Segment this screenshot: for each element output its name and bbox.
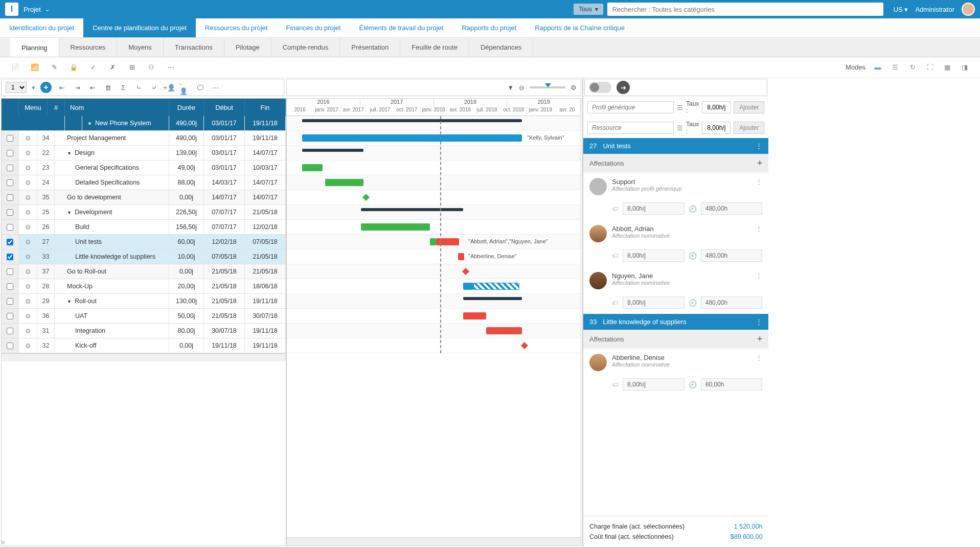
gantt-bar[interactable] [430, 238, 436, 245]
file-add-icon[interactable]: 📄 [10, 62, 20, 73]
row-gear-icon[interactable]: ⚙ [19, 131, 37, 145]
gantt-bar[interactable] [473, 283, 519, 290]
sub-tab[interactable]: Pilotage [224, 38, 271, 57]
person-rate[interactable]: 8,00h/j [623, 202, 685, 215]
rate-input-1[interactable] [702, 101, 731, 113]
person-menu-icon[interactable]: ⋮ [756, 225, 762, 242]
sub-tab[interactable]: Feuille de route [400, 38, 469, 57]
zoom-out-icon[interactable]: ⊖ [519, 84, 525, 92]
app-logo[interactable]: I [5, 3, 18, 16]
gantt-bar[interactable] [458, 253, 464, 260]
person-rate[interactable]: 8,00h/j [623, 297, 685, 309]
row-gear-icon[interactable]: ⚙ [19, 190, 37, 204]
milestone-icon[interactable] [462, 268, 469, 275]
table-row[interactable]: ⚙27 Unit tests 60,00j 12/02/18 07/05/18 [2, 235, 286, 249]
row-checkbox[interactable] [7, 179, 13, 186]
row-gear-icon[interactable]: ⚙ [19, 146, 37, 160]
nav-tab[interactable]: Rapports du projet [452, 18, 526, 37]
edit-icon[interactable]: ✎ [49, 62, 59, 73]
rss-icon[interactable]: 📶 [30, 62, 40, 73]
row-checkbox[interactable] [7, 298, 13, 305]
row-checkbox[interactable] [7, 239, 13, 245]
sigma-icon[interactable]: Σ [118, 82, 128, 93]
table-row[interactable]: ⚙26 Build 156,50j 07/07/17 12/02/18 [2, 220, 286, 235]
gantt-bar[interactable] [361, 223, 430, 231]
outdent-icon[interactable]: ⇥ [72, 82, 82, 93]
nav-tab[interactable]: Finances du projet [277, 18, 350, 37]
row-gear-icon[interactable]: ⚙ [19, 249, 37, 264]
gantt-bar[interactable] [463, 297, 522, 300]
add-affectation-icon[interactable]: + [757, 334, 763, 345]
add-profile-button[interactable]: Ajouter [734, 101, 764, 113]
gantt-bar[interactable] [361, 208, 463, 211]
person-avatar[interactable] [589, 178, 607, 195]
mode-refresh-icon[interactable]: ↻ [907, 62, 918, 73]
trash-icon[interactable]: 🗑 [103, 82, 113, 93]
sub-tab[interactable]: Ressources [59, 38, 118, 57]
row-checkbox[interactable] [7, 150, 13, 156]
indent-icon[interactable]: ⇤ [87, 82, 98, 93]
row-gear-icon[interactable]: ⚙ [19, 338, 37, 353]
row-gear-icon[interactable]: ⚙ [19, 235, 37, 249]
person-avatar[interactable] [589, 354, 607, 371]
lang-selector[interactable]: US ▾ [894, 6, 908, 13]
avatar[interactable] [962, 3, 975, 16]
list-icon[interactable]: ☰ [677, 104, 683, 111]
person-rate[interactable]: 8,00h/j [623, 249, 685, 262]
row-checkbox[interactable] [7, 209, 13, 216]
table-row[interactable]: ⚙33 Little knowledge of suppliers 10,00j… [2, 249, 286, 264]
person-menu-icon[interactable]: ⋮ [756, 354, 762, 371]
row-gear-icon[interactable]: ⚙ [19, 309, 37, 323]
nav-tab[interactable]: Centre de planification du projet [83, 18, 196, 37]
user-menu[interactable]: Administrator [915, 6, 954, 13]
remove-user-icon[interactable]: -👤 [179, 82, 190, 93]
more-icon[interactable]: ⋯ [166, 62, 176, 73]
row-checkbox[interactable] [7, 135, 13, 142]
zoom-slider[interactable] [530, 86, 565, 88]
section-menu-icon[interactable]: ⋮ [756, 142, 762, 150]
row-gear-icon[interactable]: ⚙ [19, 205, 37, 219]
row-checkbox[interactable] [7, 165, 13, 171]
section-menu-icon[interactable]: ⋮ [756, 318, 762, 326]
row-checkbox[interactable] [7, 268, 13, 275]
gantt-hscroll[interactable] [287, 537, 581, 545]
person-menu-icon[interactable]: ⋮ [756, 178, 762, 195]
milestone-icon[interactable] [362, 194, 370, 201]
gantt-bar[interactable] [302, 134, 522, 142]
person-rate[interactable]: 8,00h/j [623, 378, 685, 391]
table-hscroll[interactable] [2, 353, 286, 361]
gear-icon[interactable]: ⚙ [571, 84, 577, 92]
add-resource-button[interactable]: Ajouter [734, 122, 764, 134]
table-row[interactable]: ⚙25 Development 226,50j 07/07/17 21/05/1… [2, 205, 286, 220]
check-icon[interactable]: ✓ [88, 62, 98, 73]
person-avatar[interactable] [589, 225, 607, 242]
table-row[interactable]: ⚙34 Project Management 490,00j 03/01/17 … [2, 131, 286, 146]
row-gear-icon[interactable]: ⚙ [19, 161, 37, 175]
row-checkbox[interactable] [7, 224, 13, 231]
profile-input[interactable] [587, 101, 674, 113]
row-checkbox[interactable] [7, 283, 13, 290]
gantt-bar[interactable] [302, 164, 323, 171]
gantt-bar[interactable] [302, 149, 363, 152]
add-affectation-icon[interactable]: + [757, 158, 763, 169]
gantt-bar[interactable] [463, 312, 486, 320]
person-hours[interactable]: 480,00h [701, 249, 763, 262]
list-icon[interactable]: ☰ [677, 124, 683, 132]
row-gear-icon[interactable]: ⚙ [19, 175, 37, 190]
sub-tab[interactable]: Dépendances [469, 38, 533, 57]
gantt-bar[interactable] [486, 327, 522, 334]
gantt-bar[interactable] [436, 238, 459, 245]
link-icon[interactable]: ⤷ [133, 82, 144, 93]
more2-icon[interactable]: ⋯ [210, 82, 220, 93]
table-row[interactable]: ⚙23 General Specifications 49,00j 03/01/… [2, 161, 286, 175]
sub-tab[interactable]: Compte-rendus [271, 38, 340, 57]
indent-all-icon[interactable]: ⇤ [57, 82, 67, 93]
table-row[interactable]: ⚙31 Integration 80,00j 30/07/18 19/11/18 [2, 324, 286, 338]
table-row[interactable]: ⚙37 Go to Roll-out 0,00j 21/05/18 21/05/… [2, 264, 286, 279]
nav-tab[interactable]: Éléments de travail du projet [350, 18, 453, 37]
table-row[interactable]: ⚙32 Kick-off 0,00j 19/11/18 19/11/18 [2, 338, 286, 353]
resource-input[interactable] [587, 122, 674, 134]
sub-tab[interactable]: Présentation [340, 38, 400, 57]
project-selector[interactable]: Projet ⌄ [24, 6, 50, 13]
table-row[interactable]: ⚙35 Go to development 0,00j 14/07/17 14/… [2, 190, 286, 205]
